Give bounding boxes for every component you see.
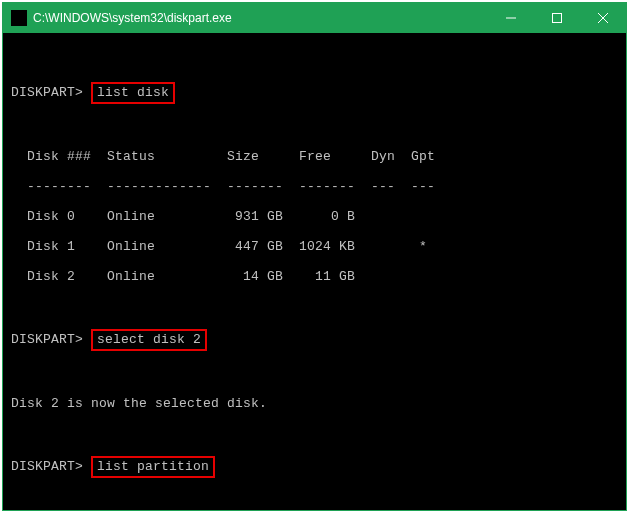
title-text: C:\WINDOWS\system32\diskpart.exe (33, 11, 232, 25)
prompt: DISKPART> (11, 332, 83, 347)
terminal-output[interactable]: DISKPART> list disk Disk ### Status Size… (3, 33, 626, 513)
minimize-icon (506, 13, 516, 23)
disk-row: Disk 2 Online 14 GB 11 GB (11, 269, 618, 284)
cmd-list-partition: list partition (91, 456, 215, 478)
cmd-list-disk: list disk (91, 82, 175, 104)
disk-divider: -------- ------------- ------- ------- -… (11, 179, 618, 194)
minimize-button[interactable] (488, 3, 534, 33)
close-icon (598, 13, 608, 23)
command-line: DISKPART> list disk (11, 82, 618, 104)
titlebar: C:\WINDOWS\system32\diskpart.exe (3, 3, 626, 33)
command-line: DISKPART> select disk 2 (11, 329, 618, 351)
svg-rect-1 (553, 14, 562, 23)
msg-disk-selected: Disk 2 is now the selected disk. (11, 396, 618, 411)
maximize-icon (552, 13, 562, 23)
disk-row: Disk 1 Online 447 GB 1024 KB * (11, 239, 618, 254)
app-icon (11, 10, 27, 26)
command-line: DISKPART> list partition (11, 456, 618, 478)
prompt: DISKPART> (11, 85, 83, 100)
close-button[interactable] (580, 3, 626, 33)
console-window: C:\WINDOWS\system32\diskpart.exe DISKPAR… (2, 2, 627, 511)
maximize-button[interactable] (534, 3, 580, 33)
disk-row: Disk 0 Online 931 GB 0 B (11, 209, 618, 224)
cmd-select-disk: select disk 2 (91, 329, 207, 351)
prompt: DISKPART> (11, 459, 83, 474)
disk-header: Disk ### Status Size Free Dyn Gpt (11, 149, 618, 164)
